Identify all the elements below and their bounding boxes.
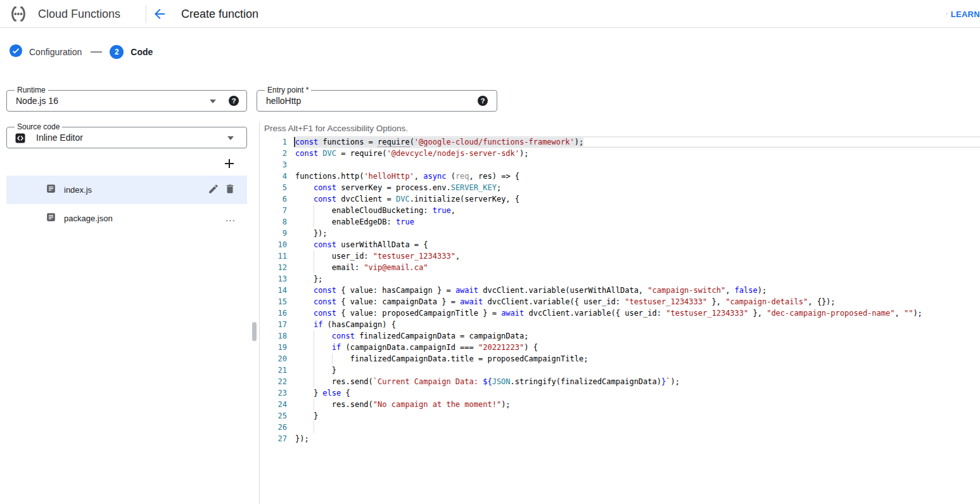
inline-code-icon — [15, 132, 26, 146]
code-line[interactable]: 25 } — [264, 410, 980, 422]
step-configuration-check-icon[interactable] — [9, 44, 23, 60]
line-content: }; — [295, 273, 980, 285]
more-options-icon[interactable]: ... — [226, 215, 236, 221]
runtime-value: Node.js 16 — [16, 91, 58, 111]
code-line[interactable]: 19 if (campaignData.campaignId === "2022… — [264, 342, 980, 353]
runtime-help-icon[interactable]: ? — [229, 96, 239, 106]
back-arrow-icon[interactable] — [152, 6, 167, 22]
code-line[interactable]: 14 const { value: hasCampaign } = await … — [264, 285, 980, 296]
code-line[interactable]: 15 const { value: campaignData } = await… — [264, 296, 980, 307]
line-content — [295, 422, 980, 433]
line-content: const { value: hasCampaign } = await dvc… — [295, 285, 980, 296]
chevron-down-icon — [210, 100, 216, 103]
entry-point-help-icon[interactable]: ? — [478, 96, 488, 106]
code-line[interactable]: 10 const userWithAllData = { — [264, 239, 980, 250]
code-line[interactable]: 27}); — [264, 433, 980, 444]
line-content: const { value: proposedCampaignTitle } =… — [295, 307, 980, 319]
indent-guide — [314, 376, 314, 387]
topbar-divider — [146, 5, 146, 23]
line-number: 25 — [264, 410, 287, 422]
file-row-package-json[interactable]: package.json ... — [6, 204, 247, 232]
line-content: enableCloudBucketing: true, — [295, 205, 980, 216]
line-content: }); — [295, 433, 980, 444]
code-line[interactable]: 2const DVC = require('@devcycle/nodejs-s… — [264, 148, 980, 159]
code-line[interactable]: 1const functions = require('@google-clou… — [264, 136, 980, 148]
line-number: 3 — [264, 159, 287, 171]
code-line[interactable]: 26 — [264, 422, 980, 433]
code-line[interactable]: 11 user_id: "testuser_1234333", — [264, 250, 980, 262]
chevron-down-icon — [227, 136, 234, 140]
code-line[interactable]: 12 email: "vip@email.ca" — [264, 262, 980, 273]
page-title: Create function — [181, 0, 258, 28]
accessibility-hint: Press Alt+F1 for Accessibility Options. — [264, 124, 408, 133]
line-number: 9 — [264, 228, 287, 239]
indent-guide — [314, 205, 314, 216]
indent-guide — [314, 250, 314, 262]
entry-point-value: helloHttp — [266, 91, 301, 111]
line-content: if (hasCampaign) { — [295, 319, 980, 330]
code-line[interactable]: 17 if (hasCampaign) { — [264, 319, 980, 330]
line-content: if (campaignData.campaignId === "2022122… — [295, 342, 980, 353]
line-number: 27 — [264, 433, 287, 444]
line-content — [295, 159, 980, 171]
line-content: const { value: campaignData } = await dv… — [295, 296, 980, 307]
panel-resize-handle[interactable] — [252, 322, 257, 341]
code-line[interactable]: 20 finalizedCampaignData.title = propose… — [264, 353, 980, 365]
code-line[interactable]: 8 enableEdgeDB: true — [264, 216, 980, 228]
line-number: 15 — [264, 296, 287, 307]
line-content: functions.http('helloHttp', async (req, … — [295, 171, 980, 182]
code-line[interactable]: 24 res.send("No campaign at the moment!"… — [264, 399, 980, 410]
line-number: 10 — [264, 239, 287, 250]
code-line[interactable]: 6 const dvcClient = DVC.initialize(serve… — [264, 193, 980, 205]
line-content: const functions = require('@google-cloud… — [295, 136, 980, 148]
line-number: 11 — [264, 250, 287, 262]
code-editor[interactable]: 1const functions = require('@google-clou… — [264, 136, 980, 504]
file-row-index-js[interactable]: index.js — [6, 176, 247, 204]
inactive-selection: const functions = require('@google-cloud… — [295, 138, 583, 146]
line-content: enableEdgeDB: true — [295, 216, 980, 228]
code-line[interactable]: 3 — [264, 159, 980, 171]
code-line[interactable]: 9 }); — [264, 228, 980, 239]
code-line[interactable]: 13 }; — [264, 273, 980, 285]
stepper: Configuration 2 Code — [9, 44, 153, 60]
code-line[interactable]: 5 const serverKey = process.env.SERVER_K… — [264, 182, 980, 193]
indent-guide — [314, 342, 314, 353]
learn-link[interactable]: LEARN — [946, 0, 980, 28]
add-file-button[interactable] — [222, 156, 237, 171]
line-content: email: "vip@email.ca" — [295, 262, 980, 273]
code-line[interactable]: 18 const finalizedCampaignData = campaig… — [264, 330, 980, 342]
line-number: 5 — [264, 182, 287, 193]
line-content: res.send(`Current Campaign Data: ${JSON.… — [295, 376, 980, 387]
line-content: } — [295, 365, 980, 376]
indent-guide — [314, 399, 314, 410]
code-line[interactable]: 7 enableCloudBucketing: true, — [264, 205, 980, 216]
top-app-bar: Cloud Functions Create function LEARN — [0, 0, 980, 28]
file-name: index.js — [64, 185, 92, 195]
line-number: 18 — [264, 330, 287, 342]
entry-point-field[interactable]: Entry point * helloHttp ? — [257, 90, 497, 112]
delete-file-icon[interactable] — [224, 183, 236, 197]
source-code-value: Inline Editor — [36, 127, 83, 148]
line-number: 19 — [264, 342, 287, 353]
code-line[interactable]: 22 res.send(`Current Campaign Data: ${JS… — [264, 376, 980, 387]
step-configuration-label[interactable]: Configuration — [29, 47, 82, 57]
graduation-cap-icon — [946, 8, 948, 20]
line-number: 4 — [264, 171, 287, 182]
runtime-select[interactable]: Runtime Node.js 16 ? — [6, 90, 247, 112]
code-line[interactable]: 23 } else { — [264, 387, 980, 399]
line-content: const finalizedCampaignData = campaignDa… — [295, 330, 980, 342]
file-name: package.json — [64, 214, 113, 223]
code-line[interactable]: 21 } — [264, 365, 980, 376]
step-code-label: Code — [130, 47, 153, 57]
indent-guide — [314, 365, 314, 376]
source-code-select[interactable]: Source code Inline Editor — [6, 127, 247, 148]
edit-file-icon[interactable] — [208, 183, 219, 197]
indent-guide — [314, 262, 314, 273]
line-content: const DVC = require('@devcycle/nodejs-se… — [295, 148, 980, 159]
line-number: 7 — [264, 205, 287, 216]
code-line[interactable]: 4functions.http('helloHttp', async (req,… — [264, 171, 980, 182]
line-number: 16 — [264, 307, 287, 319]
step-code-number[interactable]: 2 — [110, 45, 124, 59]
code-line[interactable]: 16 const { value: proposedCampaignTitle … — [264, 307, 980, 319]
line-number: 24 — [264, 399, 287, 410]
